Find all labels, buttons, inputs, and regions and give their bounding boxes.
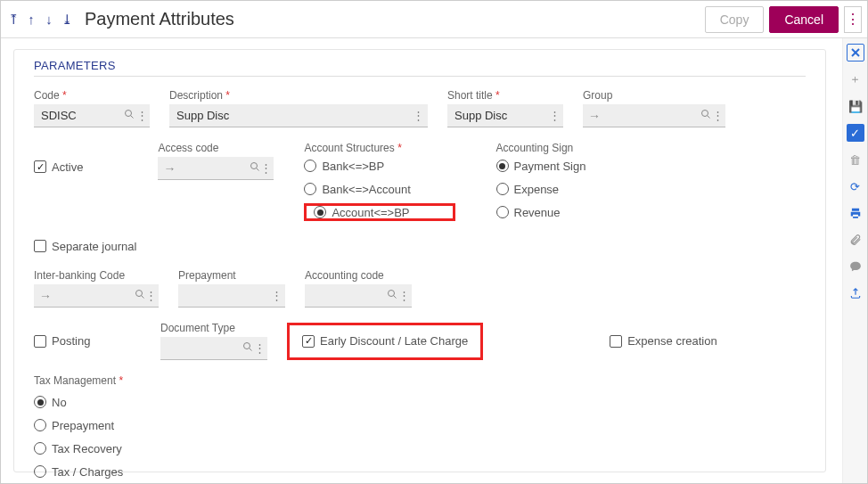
- svg-line-11: [393, 296, 396, 299]
- tax-option-label: Tax / Charges: [52, 465, 123, 479]
- comment-icon[interactable]: [847, 258, 864, 275]
- separate-journal-label: Separate journal: [52, 240, 136, 253]
- separate-journal-checkbox[interactable]: [34, 240, 46, 252]
- struct-option-label: Account<=>BP: [332, 206, 409, 219]
- tax-recovery-radio[interactable]: [34, 442, 46, 455]
- account-structures-label: Account Structures: [304, 142, 454, 154]
- sign-payment-radio[interactable]: [496, 160, 509, 172]
- interbanking-code-label: Inter-banking Code: [34, 269, 159, 282]
- struct-bank-bp-radio[interactable]: [304, 160, 316, 172]
- sign-option-label: Revenue: [514, 206, 561, 219]
- short-title-label: Short title: [447, 89, 563, 102]
- active-label: Active: [52, 160, 83, 174]
- accounting-sign-label: Accounting Sign: [496, 142, 586, 154]
- accounting-code-label: Accounting code: [305, 269, 412, 282]
- print-icon[interactable]: [847, 204, 864, 222]
- svg-line-9: [141, 296, 143, 299]
- more-icon[interactable]: ⋮: [254, 341, 266, 355]
- svg-point-10: [388, 291, 394, 297]
- link-arrow-icon: →: [163, 161, 176, 176]
- document-type-input[interactable]: [166, 340, 242, 356]
- search-icon[interactable]: [123, 109, 135, 122]
- nav-next-icon[interactable]: ↓: [42, 12, 56, 27]
- delete-icon[interactable]: 🗑: [847, 151, 864, 168]
- sign-expense-radio[interactable]: [496, 183, 509, 195]
- expense-creation-label: Expense creation: [627, 334, 717, 348]
- refresh-icon[interactable]: ⟳: [847, 177, 864, 195]
- document-type-label: Document Type: [160, 322, 267, 334]
- more-icon[interactable]: ⋮: [398, 289, 411, 302]
- tax-option-label: Tax Recovery: [52, 442, 122, 455]
- accounting-sign-group: Payment Sign Expense Revenue: [496, 157, 586, 221]
- search-icon[interactable]: [135, 289, 145, 302]
- access-code-label: Access code: [158, 142, 274, 154]
- tax-no-radio[interactable]: [34, 396, 46, 408]
- search-icon[interactable]: [250, 161, 260, 175]
- more-icon[interactable]: ⋮: [411, 109, 426, 122]
- code-label: Code: [34, 89, 150, 102]
- copy-button[interactable]: Copy: [705, 6, 765, 33]
- svg-line-3: [131, 116, 134, 119]
- prepayment-input[interactable]: [184, 288, 270, 303]
- expense-creation-checkbox[interactable]: [610, 335, 622, 348]
- save-icon[interactable]: 💾: [847, 97, 864, 115]
- tax-charges-radio[interactable]: [34, 465, 46, 478]
- group-label: Group: [583, 89, 725, 102]
- attach-icon[interactable]: [847, 231, 864, 249]
- struct-option-label: Bank<=>BP: [322, 160, 384, 173]
- group-input[interactable]: [601, 108, 700, 123]
- svg-line-5: [708, 116, 710, 119]
- account-structures-group: Bank<=>BP Bank<=>Account Account<=>BP: [304, 157, 454, 221]
- description-input[interactable]: [175, 108, 411, 123]
- accounting-code-input[interactable]: [310, 288, 386, 303]
- tax-prepayment-radio[interactable]: [34, 419, 46, 431]
- description-label: Description: [169, 89, 428, 102]
- sign-option-label: Expense: [514, 183, 560, 196]
- svg-point-12: [243, 343, 250, 349]
- more-icon[interactable]: ⋮: [145, 289, 157, 302]
- nav-first-icon[interactable]: ⤒: [6, 12, 20, 27]
- search-icon[interactable]: [386, 289, 398, 302]
- svg-line-13: [249, 349, 251, 351]
- svg-point-2: [126, 111, 132, 117]
- search-icon[interactable]: [700, 109, 712, 122]
- interbanking-code-input[interactable]: [52, 288, 135, 303]
- access-code-input[interactable]: [176, 160, 250, 176]
- early-discount-checkbox[interactable]: [302, 335, 315, 348]
- more-icon[interactable]: ⋮: [270, 289, 283, 302]
- active-checkbox[interactable]: [34, 160, 46, 173]
- nav-last-icon[interactable]: ⤓: [60, 12, 74, 27]
- svg-point-8: [135, 291, 142, 297]
- sign-option-label: Payment Sign: [514, 160, 586, 173]
- short-title-input[interactable]: [453, 108, 547, 123]
- link-arrow-icon: →: [588, 109, 601, 123]
- tax-management-label: Tax Management: [34, 374, 123, 387]
- confirm-icon[interactable]: ✓: [847, 124, 864, 142]
- struct-bank-account-radio[interactable]: [304, 183, 316, 195]
- link-arrow-icon: →: [39, 289, 52, 303]
- svg-point-6: [251, 163, 258, 169]
- search-icon[interactable]: [242, 341, 254, 355]
- early-discount-label: Early Discount / Late Charge: [320, 334, 468, 348]
- svg-point-4: [702, 111, 708, 117]
- parameters-heading: PARAMETERS: [34, 59, 806, 77]
- cancel-button[interactable]: Cancel: [769, 6, 839, 33]
- more-icon[interactable]: ⋮: [260, 161, 272, 175]
- sign-revenue-radio[interactable]: [496, 206, 509, 218]
- code-input[interactable]: [39, 108, 123, 123]
- close-icon[interactable]: [847, 44, 864, 62]
- svg-line-7: [257, 168, 259, 171]
- prepayment-label: Prepayment: [178, 269, 285, 282]
- page-title: Payment Attributes: [85, 9, 234, 29]
- struct-option-label: Bank<=>Account: [322, 183, 410, 196]
- export-icon[interactable]: [847, 284, 864, 302]
- more-icon[interactable]: ⋮: [547, 109, 561, 122]
- more-actions-button[interactable]: ⋮: [844, 6, 862, 33]
- more-icon[interactable]: ⋮: [712, 109, 724, 122]
- add-icon[interactable]: ＋: [847, 70, 864, 88]
- tax-management-group: No Prepayment Tax Recovery Tax / Charges: [34, 393, 123, 480]
- more-icon[interactable]: ⋮: [135, 109, 148, 122]
- nav-prev-icon[interactable]: ↑: [24, 12, 38, 27]
- posting-checkbox[interactable]: [34, 335, 46, 348]
- struct-account-bp-radio[interactable]: [314, 206, 326, 218]
